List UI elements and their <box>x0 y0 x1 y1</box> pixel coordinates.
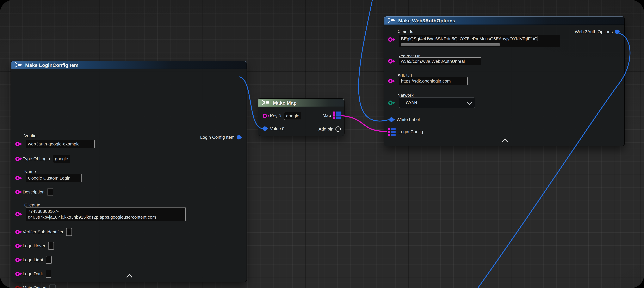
input-pin-logo-light[interactable] <box>15 258 20 262</box>
input-pin-logo-dark[interactable] <box>15 271 20 276</box>
input-pin-value-0[interactable] <box>263 126 267 131</box>
input-pin-main-option[interactable] <box>15 286 20 288</box>
pin-label-logo-dark: Logo Dark <box>23 271 43 276</box>
pin-label-logo-hover: Logo Hover <box>23 243 45 248</box>
blueprint-viewport: Make LoginConfigItem Login Config Item V… <box>0 0 644 288</box>
pin-label-login-config: Login Config <box>398 129 423 134</box>
input-pin-key-0[interactable] <box>263 114 267 118</box>
key-0-input[interactable]: google <box>284 112 302 120</box>
input-pin-white-label[interactable] <box>389 117 394 122</box>
make-map-icon <box>261 100 270 106</box>
text-caret <box>538 36 538 41</box>
type-of-login-input[interactable]: google <box>53 155 70 163</box>
input-pin-client-id[interactable] <box>15 212 20 216</box>
verifier-input[interactable]: web3auth-google-example <box>26 140 94 148</box>
pin-label-white-label: White Label <box>396 117 420 122</box>
logo-dark-input[interactable] <box>46 270 51 277</box>
pin-label-web3auth-options: Web 3Auth Options <box>575 29 613 34</box>
node-title: Make Map <box>273 100 297 106</box>
node-header-make-map[interactable]: Make Map <box>258 99 344 107</box>
field-scrollbar[interactable] <box>401 43 500 46</box>
input-pin-type-of-login[interactable] <box>15 157 20 161</box>
input-pin-sdk-url[interactable] <box>388 79 393 83</box>
chevron-down-icon <box>467 100 472 105</box>
node-title: Make Web3AuthOptions <box>398 18 455 24</box>
redirect-url-input[interactable]: w3a://com.w3a.Web3AuthUnreal <box>399 57 482 65</box>
name-input[interactable]: Google Custom Login <box>26 174 82 182</box>
input-pin-network[interactable] <box>388 101 393 105</box>
pin-label-main-option: Main Option <box>23 285 46 288</box>
output-pin-login-config-item[interactable] <box>236 135 241 139</box>
make-struct-icon <box>14 62 22 68</box>
pin-label-map: Map <box>322 113 331 118</box>
collapse-node-chevron-icon[interactable] <box>126 274 133 280</box>
logo-light-input[interactable] <box>46 256 52 264</box>
pin-label-verifier-sub-identifier: Verifier Sub Identifier <box>23 229 63 234</box>
pin-label-type-of-login: Type Of Login <box>23 156 50 161</box>
collapse-node-chevron-icon[interactable] <box>502 138 508 145</box>
node-make-map[interactable]: Make Map Key 0 google Map Value 0 A <box>258 99 344 136</box>
pin-label-description: Description <box>23 189 44 194</box>
sdk-url-input[interactable]: https://sdk.openlogin.com <box>399 77 468 85</box>
pin-label-login-config-item: Login Config Item <box>200 135 234 140</box>
pin-label-network: Network <box>398 93 414 98</box>
node-title: Make LoginConfigItem <box>25 62 78 68</box>
pin-label-client-id: Client Id <box>398 29 414 34</box>
main-option-checkbox[interactable] <box>49 284 56 288</box>
pin-label-name: Name <box>24 169 36 174</box>
input-pin-client-id[interactable] <box>388 37 393 42</box>
node-header-make-loginconfigitem[interactable]: Make LoginConfigItem <box>11 61 246 69</box>
input-pin-login-config[interactable] <box>388 128 396 136</box>
input-pin-redirect-url[interactable] <box>388 59 393 64</box>
node-make-web3authoptions[interactable]: Make Web3AuthOptions Web 3Auth Options C… <box>384 17 624 146</box>
input-pin-verifier-sub-identifier[interactable] <box>15 230 20 234</box>
node-header-make-web3authoptions[interactable]: Make Web3AuthOptions <box>384 17 624 25</box>
pin-label-value-0: Value 0 <box>270 126 284 131</box>
output-pin-map[interactable] <box>333 112 341 119</box>
input-pin-logo-hover[interactable] <box>15 244 20 248</box>
client-id-input[interactable]: BEglQSgt4cUWcj6SKRdu5QkOXTsePmMcusG5EAoy… <box>399 35 560 47</box>
input-pin-description[interactable] <box>15 190 20 194</box>
client-id-input[interactable]: 774338308167- q463s7kpvja16l4l0kko3nb925… <box>26 207 186 221</box>
logo-hover-input[interactable] <box>48 242 54 250</box>
output-pin-web3auth-options[interactable] <box>615 30 619 34</box>
add-pin-label: Add pin <box>318 127 334 132</box>
pin-label-logo-light: Logo Light <box>23 257 43 262</box>
add-pin-button[interactable] <box>336 126 341 132</box>
pin-label-verifier: Verifier <box>24 133 38 138</box>
description-input[interactable] <box>48 188 53 196</box>
verifier-sub-identifier-input[interactable] <box>66 228 72 236</box>
node-make-loginconfigitem[interactable]: Make LoginConfigItem Login Config Item V… <box>11 61 246 282</box>
pin-label-client-id: Client Id <box>24 202 40 207</box>
make-struct-icon <box>387 18 396 24</box>
input-pin-name[interactable] <box>15 176 20 180</box>
input-pin-verifier[interactable] <box>15 142 20 146</box>
pin-label-key-0: Key 0 <box>270 113 281 118</box>
network-dropdown[interactable]: CYAN <box>399 98 475 108</box>
